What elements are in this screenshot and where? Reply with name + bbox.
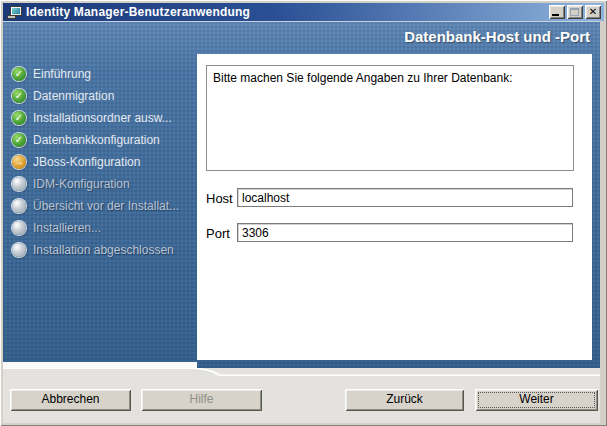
port-label: Port [206, 226, 230, 241]
instruction-box: Bitte machen Sie folgende Angaben zu Ihr… [206, 65, 574, 171]
footer-ridge-decoration [3, 368, 600, 380]
sidebar-item-installation-abgeschlossen: Installation abgeschlossen [12, 239, 196, 261]
installer-window: Identity Manager-Benutzeranwendung ✕ Dat… [0, 0, 607, 426]
circle-icon [12, 243, 26, 257]
next-button[interactable]: Weiter [475, 389, 598, 411]
check-icon: ✓ [12, 89, 26, 103]
sidebar-item-installieren: Installieren... [12, 217, 196, 239]
sidebar-item-uebersicht: Übersicht vor der Installat... [12, 195, 196, 217]
circle-icon [12, 177, 26, 191]
host-label: Host [206, 191, 233, 206]
maximize-button[interactable] [567, 5, 583, 19]
circle-icon [12, 199, 26, 213]
close-icon: ✕ [585, 5, 601, 19]
check-icon: ✓ [12, 67, 26, 81]
step-list: ✓ Einführung ✓ Datenmigration ✓ Installa… [12, 63, 196, 261]
minimize-button[interactable] [549, 5, 565, 19]
minimize-icon [552, 14, 559, 16]
sidebar-item-jboss-konfiguration: → JBoss-Konfiguration [12, 151, 196, 173]
help-button[interactable]: Hilfe [141, 389, 262, 411]
sidebar-item-einfuehrung: ✓ Einführung [12, 63, 196, 85]
titlebar: Identity Manager-Benutzeranwendung ✕ [3, 3, 604, 21]
circle-icon [12, 221, 26, 235]
check-icon: ✓ [12, 111, 26, 125]
host-input[interactable] [237, 188, 573, 207]
sidebar-item-installationsordner: ✓ Installationsordner ausw... [12, 107, 196, 129]
maximize-icon [570, 8, 579, 16]
sidebar-item-datenbankkonfiguration: ✓ Datenbankkonfiguration [12, 129, 196, 151]
back-button[interactable]: Zurück [345, 389, 464, 411]
port-input[interactable] [237, 223, 573, 242]
close-button[interactable]: ✕ [585, 5, 601, 19]
page-title: Datenbank-Host und -Port [404, 28, 590, 45]
button-bar: Abbrechen Hilfe Zurück Weiter [3, 368, 600, 423]
arrow-right-icon: → [12, 155, 26, 169]
wizard-body: Datenbank-Host und -Port ✓ Einführung ✓ … [3, 21, 600, 368]
application-icon [7, 6, 22, 19]
sidebar-item-idm-konfiguration: IDM-Konfiguration [12, 173, 196, 195]
check-icon: ✓ [12, 133, 26, 147]
sidebar-item-datenmigration: ✓ Datenmigration [12, 85, 196, 107]
content-panel: Bitte machen Sie folgende Angaben zu Ihr… [197, 54, 592, 360]
window-title: Identity Manager-Benutzeranwendung [26, 5, 549, 19]
cancel-button[interactable]: Abbrechen [10, 389, 131, 411]
